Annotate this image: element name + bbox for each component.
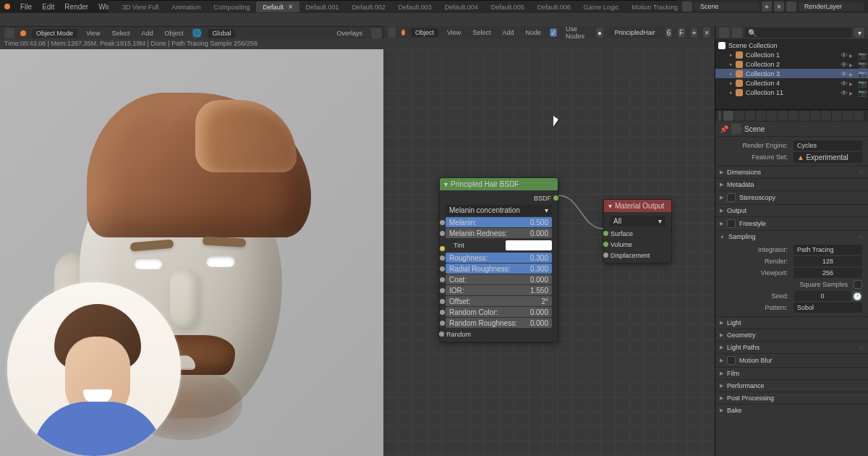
overlays-toggle[interactable]: Overlays <box>333 29 365 38</box>
panel-header[interactable]: ▶Metadata <box>715 179 868 190</box>
feature-set-dropdown[interactable]: ▲ Experimental <box>793 152 862 163</box>
node-menu-add[interactable]: Add <box>499 28 516 37</box>
render-samples-input[interactable]: 128 <box>793 256 862 266</box>
collection-row[interactable]: ▸Collection 11👁▸📷 <box>715 88 868 97</box>
menu-render[interactable]: Render <box>64 3 88 11</box>
panel-header[interactable]: ▶Post Processing <box>715 392 868 404</box>
vp-menu-select[interactable]: Select <box>109 29 132 38</box>
input-socket[interactable] <box>440 288 445 293</box>
display-mode-icon[interactable] <box>732 28 742 38</box>
unlink-material-button[interactable]: × <box>703 28 710 38</box>
disclosure-icon[interactable]: ▸ <box>730 62 733 67</box>
viewlayer-tab[interactable] <box>745 111 755 121</box>
vp-menu-view[interactable]: View <box>83 29 103 38</box>
add-scene-button[interactable]: + <box>762 1 772 12</box>
panel-header[interactable]: ▶Light Paths☆ <box>715 342 868 353</box>
remove-scene-button[interactable]: × <box>774 1 784 12</box>
collection-row[interactable]: ▸Collection 3👁▸📷 <box>715 69 868 78</box>
use-nodes-checkbox[interactable]: ✓ <box>550 28 557 37</box>
visibility-icon[interactable]: 👁 <box>841 89 848 96</box>
panel-header[interactable]: ▶Dimensions☆ <box>715 166 868 178</box>
panel-header[interactable]: ▶Performance <box>715 380 868 392</box>
selectable-icon[interactable]: ▸ <box>849 61 856 68</box>
input-socket[interactable] <box>603 231 608 236</box>
input-socket[interactable] <box>440 231 445 236</box>
panel-header[interactable]: ▶Output <box>715 205 868 216</box>
material-tab[interactable] <box>843 111 853 121</box>
panel-header[interactable]: ▶Bake <box>715 405 868 416</box>
collection-row[interactable]: ▸Collection 4👁▸📷 <box>715 78 868 88</box>
outliner-type-icon[interactable] <box>719 28 729 38</box>
collection-row[interactable]: ▸Collection 2👁▸📷 <box>715 59 868 69</box>
workspace-tab[interactable]: Default × <box>256 1 299 12</box>
workspace-tab[interactable]: Animation <box>165 2 207 12</box>
vp-menu-add[interactable]: Add <box>138 29 156 38</box>
input-socket[interactable] <box>440 266 445 271</box>
workspace-tab[interactable]: Default.001 <box>299 2 346 12</box>
output-tab[interactable] <box>734 111 744 121</box>
param-field[interactable]: IOR:1.550 <box>446 285 552 295</box>
fake-user-button[interactable]: F <box>678 28 685 38</box>
input-socket[interactable] <box>603 242 608 247</box>
panel-checkbox[interactable] <box>727 219 736 228</box>
square-samples-checkbox[interactable] <box>854 280 862 289</box>
panel-header[interactable]: ▶Geometry <box>715 329 868 341</box>
render-icon[interactable]: 📷 <box>858 70 865 77</box>
output-socket[interactable] <box>553 195 558 200</box>
modifier-tab[interactable] <box>788 111 799 121</box>
disclosure-icon[interactable]: ▸ <box>730 90 733 96</box>
panel-header[interactable]: ▶Film <box>715 368 868 379</box>
layer-name-field[interactable]: RenderLayer <box>799 2 864 11</box>
object-tab[interactable] <box>778 111 788 121</box>
panel-checkbox[interactable] <box>727 356 736 365</box>
workspace-tab[interactable]: Default.003 <box>392 2 438 12</box>
param-field[interactable]: Random Roughness:0.000 <box>446 318 552 328</box>
parametrization-dropdown[interactable]: Melanin concentration▾ <box>446 205 552 216</box>
param-field[interactable]: Melanin Redness:0.000 <box>446 228 552 238</box>
node-menu-select[interactable]: Select <box>469 28 493 37</box>
material-output-node[interactable]: ▾ Material Output All▾ SurfaceVolumeDisp… <box>603 199 672 263</box>
node-input-row[interactable]: Displacement <box>606 250 669 261</box>
selectable-icon[interactable]: ▸ <box>849 70 856 77</box>
input-socket[interactable] <box>440 321 445 326</box>
particle-tab[interactable] <box>799 111 809 121</box>
workspace-tab[interactable]: Default.002 <box>346 2 392 12</box>
input-socket[interactable] <box>440 246 445 251</box>
panel-header[interactable]: ▶Stereoscopy <box>715 191 868 204</box>
integrator-dropdown[interactable]: Path Tracing <box>793 245 862 255</box>
collapse-icon[interactable]: ▾ <box>444 180 448 188</box>
workspace-tab[interactable]: Default.005 <box>485 2 531 12</box>
pin-panel-icon[interactable]: ☆ <box>858 233 864 240</box>
input-socket[interactable] <box>440 220 445 225</box>
workspace-tab[interactable]: Default.006 <box>531 2 577 12</box>
input-socket[interactable] <box>603 253 608 258</box>
visibility-icon[interactable]: 👁 <box>841 70 848 77</box>
node-menu-node[interactable]: Node <box>522 28 544 37</box>
selectable-icon[interactable]: ▸ <box>849 89 856 96</box>
visibility-icon[interactable]: 👁 <box>841 80 848 87</box>
scene-tab[interactable] <box>756 111 766 121</box>
workspace-tab[interactable]: Motion Tracking <box>625 2 684 12</box>
render-icon[interactable]: 📷 <box>858 61 865 68</box>
menu-file[interactable]: File <box>20 3 32 11</box>
render-icon[interactable]: 📷 <box>858 89 865 96</box>
input-socket[interactable] <box>439 332 444 337</box>
selectable-icon[interactable]: ▸ <box>849 80 856 87</box>
render-icon[interactable]: 📷 <box>858 80 865 87</box>
input-socket[interactable] <box>440 299 445 304</box>
physics-tab[interactable] <box>810 111 820 121</box>
render-engine-dropdown[interactable]: Cycles <box>793 140 862 151</box>
collection-row[interactable]: ▸Collection 1👁▸📷 <box>715 50 868 59</box>
filter-icon[interactable]: ▾ <box>854 28 864 38</box>
tint-color-swatch[interactable] <box>506 240 552 250</box>
selectable-icon[interactable]: ▸ <box>849 51 856 59</box>
node-header[interactable]: ▾ Material Output <box>604 200 671 212</box>
collapse-icon[interactable]: ▾ <box>608 202 612 210</box>
editor-type-icon[interactable] <box>4 28 14 38</box>
properties-type-icon[interactable] <box>718 111 721 121</box>
panel-header[interactable]: ▶Freestyle <box>715 217 868 230</box>
seed-input[interactable]: 0 <box>794 291 851 301</box>
node-mode-dropdown[interactable]: Object <box>411 28 438 37</box>
workspace-tab[interactable]: 3D View Full <box>116 2 165 12</box>
constraint-tab[interactable] <box>821 111 831 121</box>
